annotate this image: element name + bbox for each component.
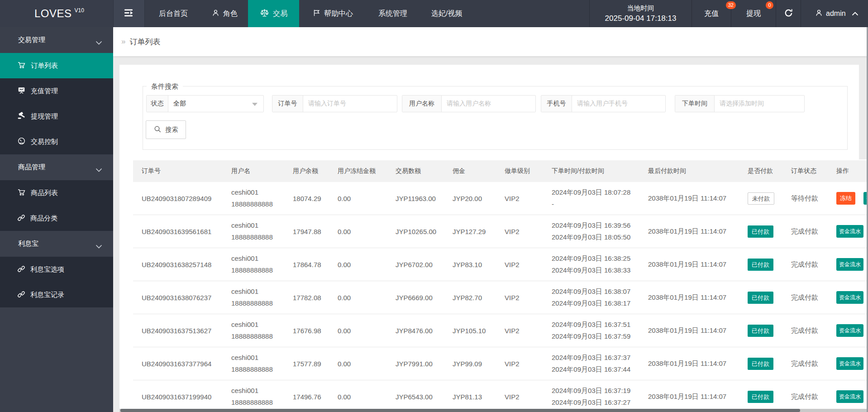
cell-order-time: 2024年09月03日 16:38:07 2024年09月03日 16:38:1…: [543, 286, 639, 309]
cell-order-no: UB2409031638257148: [133, 261, 223, 268]
user-name-filter-group: 用户名称 请输入用户名称: [402, 95, 536, 112]
link-icon: [17, 290, 25, 300]
search-legend: 条件搜索: [147, 82, 183, 91]
horizontal-scrollbar-thumb[interactable]: [120, 409, 800, 412]
breadcrumb: » 订单列表: [113, 27, 868, 56]
phone-value: 18888888888: [231, 397, 284, 408]
cell-frozen: 0.00: [329, 327, 387, 335]
sidebar-item-withdraw-management[interactable]: 提现管理: [0, 104, 113, 129]
sidebar-item-interest-options[interactable]: 利息宝选项: [0, 257, 113, 282]
sidebar-item-interest-records[interactable]: 利息宝记录: [0, 282, 113, 307]
cart-icon: [17, 188, 26, 198]
table-row: UB2409031638076237 ceshi001 18888888888 …: [133, 281, 867, 314]
cell-order-no: UB2409031638076237: [133, 294, 223, 302]
username-value: ceshi001: [231, 352, 284, 364]
order-time-value: 2024年09月03日 18:07:28: [552, 187, 639, 198]
sidebar-group-trade-management[interactable]: 交易管理: [0, 27, 113, 53]
sidebar-collapse-button[interactable]: [113, 0, 145, 27]
cell-order-no: UB2409031807289409: [133, 195, 223, 202]
cell-level: VIP2: [496, 228, 543, 235]
user-name-placeholder: 请输入用户名称: [447, 100, 491, 108]
cell-order-no: UB2409031637513627: [133, 327, 223, 335]
cell-username: ceshi001 18888888888: [223, 187, 284, 210]
order-no-input[interactable]: 请输入订单号: [303, 96, 397, 112]
cell-actions: 资金流水: [828, 357, 867, 370]
sidebar-item-recharge-management[interactable]: 充值管理: [0, 78, 113, 104]
topnav-item-system[interactable]: 系统管理: [367, 0, 419, 27]
sidebar-item-label: 商品列表: [31, 189, 58, 197]
phone-filter-group: 手机号 请输入用户手机号: [541, 95, 666, 112]
fund-flow-button[interactable]: 资金流水: [836, 258, 863, 271]
link-icon: [17, 265, 25, 274]
page-content: 条件搜索 状态 全部 订单号 请输入订单号 用户名称 请输入用户名称 手机号 请…: [113, 56, 868, 412]
cell-amount: JYP6543.00: [387, 393, 444, 401]
table-row: UB2409031639561681 ceshi001 18888888888 …: [133, 215, 867, 248]
topnav-label: 帮助中心: [324, 9, 353, 19]
fund-flow-button[interactable]: 资金流水: [836, 390, 863, 403]
order-no-placeholder: 请输入订单号: [308, 100, 346, 108]
sidebar-item-order-list[interactable]: 订单列表: [0, 53, 113, 78]
sidebar-item-product-category[interactable]: 商品分类: [0, 206, 113, 231]
cell-frozen: 0.00: [329, 261, 387, 268]
search-button-label: 搜索: [166, 126, 178, 134]
phone-placeholder: 请输入用户手机号: [577, 100, 628, 108]
cell-status: 完成付款: [782, 359, 828, 368]
local-time-value: 2025-09-04 17:18:13: [605, 13, 677, 24]
user-icon: [815, 9, 823, 19]
topnav-item-home[interactable]: 后台首页: [145, 0, 201, 27]
topnav-item-trade[interactable]: 交易: [248, 0, 299, 27]
topnav-item-roles[interactable]: 角色: [201, 0, 248, 27]
cell-username: ceshi001 18888888888: [223, 352, 284, 375]
pay-time-value: 2024年09月03日 16:38:17: [552, 297, 639, 309]
cell-order-time: 2024年09月03日 16:37:37 2024年09月03日 16:37:4…: [543, 352, 639, 375]
cart-icon: [17, 61, 26, 71]
sidebar-item-product-list[interactable]: 商品列表: [0, 180, 113, 206]
cell-last-pay-time: 2038年01月19日 11:14:07: [639, 359, 739, 368]
phone-value: 18888888888: [231, 364, 284, 375]
cell-last-pay-time: 2038年01月19日 11:14:07: [639, 293, 739, 302]
cell-commission: JYP105.10: [444, 327, 496, 335]
username-value: ceshi001: [231, 187, 284, 198]
cell-level: VIP2: [496, 327, 543, 335]
collapse-menu-icon: [124, 9, 134, 19]
recharge-link[interactable]: 充值 32: [692, 0, 731, 27]
phone-value: 18888888888: [231, 331, 284, 342]
cell-paid: 已付款: [739, 225, 782, 238]
cell-paid: 已付款: [739, 259, 782, 271]
topnav-item-help-center[interactable]: 帮助中心: [299, 0, 367, 27]
status-select[interactable]: 全部: [168, 96, 263, 112]
withdraw-link[interactable]: 提现 0: [731, 0, 776, 27]
username-value: ceshi001: [231, 319, 284, 331]
cell-balance: 17496.76: [284, 393, 329, 401]
username-value: ceshi001: [231, 385, 284, 397]
phone-input[interactable]: 请输入用户手机号: [572, 96, 665, 112]
cell-paid: 已付款: [739, 358, 782, 370]
fund-flow-button[interactable]: 资金流水: [836, 291, 863, 304]
topnav-item-video[interactable]: 选妃/视频: [419, 0, 474, 27]
sidebar-item-trade-control[interactable]: 交易控制: [0, 129, 113, 154]
search-button[interactable]: 搜索: [146, 120, 186, 139]
sidebar-group-interest-treasure[interactable]: 利息宝: [0, 231, 113, 257]
freeze-button[interactable]: 冻结: [836, 192, 855, 205]
page-title: 订单列表: [129, 37, 160, 47]
horizontal-scrollbar[interactable]: [119, 409, 867, 412]
user-name-input[interactable]: 请输入用户名称: [442, 96, 535, 112]
cell-order-no: UB2409031637199940: [133, 393, 223, 401]
breadcrumb-separator-icon: »: [121, 37, 125, 46]
topnav-label: 后台首页: [159, 9, 188, 19]
cell-username: ceshi001 18888888888: [223, 220, 284, 243]
user-name-label: 用户名称: [402, 96, 442, 112]
refresh-button[interactable]: [776, 0, 801, 27]
chevron-down-icon: [95, 242, 102, 250]
paid-badge: 已付款: [748, 259, 773, 271]
admin-user-menu[interactable]: admin: [801, 0, 868, 27]
fund-flow-button[interactable]: 资金流水: [836, 357, 863, 370]
fund-flow-button[interactable]: 资金流水: [836, 225, 863, 238]
cell-frozen: 0.00: [329, 360, 387, 368]
order-time-input[interactable]: 请选择添加时间: [715, 96, 804, 112]
sidebar-group-product-management[interactable]: 商品管理: [0, 154, 113, 180]
cell-balance: 17676.98: [284, 327, 329, 335]
cell-status: 完成付款: [782, 227, 828, 236]
fund-flow-button[interactable]: 资金流水: [836, 324, 863, 337]
table-row: UB2409031637377964 ceshi001 18888888888 …: [133, 347, 867, 380]
